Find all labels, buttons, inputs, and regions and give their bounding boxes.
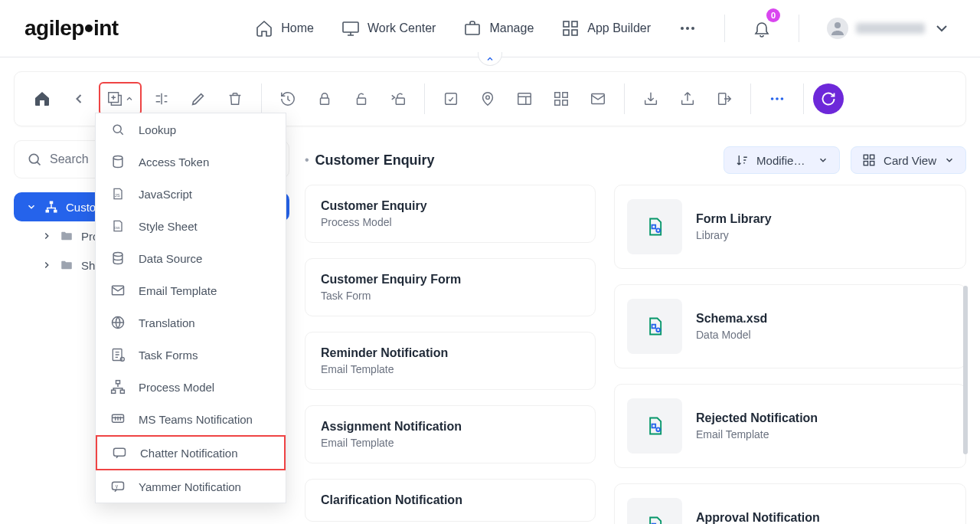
toolbar-checkout[interactable]: [345, 82, 378, 116]
toolbar-new-dropdown[interactable]: [99, 82, 142, 116]
import-icon: [642, 90, 659, 107]
svg-rect-16: [518, 93, 531, 105]
svg-rect-19: [555, 100, 560, 105]
more-horizontal-icon: [678, 19, 697, 38]
view-dropdown[interactable]: Card View: [851, 146, 966, 174]
asset-card[interactable]: Reminder NotificationEmail Template: [305, 332, 596, 390]
dropdown-item-process-model[interactable]: Process Model: [96, 371, 286, 403]
nav-manage[interactable]: Manage: [459, 13, 538, 44]
nav-appbuilder[interactable]: App Builder: [557, 13, 655, 44]
svg-point-26: [113, 125, 121, 133]
svg-point-27: [113, 156, 122, 160]
scrollbar[interactable]: [963, 286, 968, 454]
dropdown-item-lookup[interactable]: Lookup: [96, 113, 286, 146]
dropdown-item-sms-notification[interactable]: SMS Notification: [96, 503, 286, 503]
svg-rect-3: [572, 21, 577, 27]
toolbar-email[interactable]: [581, 82, 615, 116]
toolbar-exit[interactable]: [707, 82, 741, 116]
svg-point-52: [656, 228, 660, 232]
refresh-icon: [821, 91, 836, 106]
separator: [624, 84, 625, 114]
dropdown-item-task-forms[interactable]: Task Forms: [96, 339, 286, 371]
dropdown-item-javascript[interactable]: JSJavaScript: [96, 178, 286, 210]
search-placeholder: Search: [50, 152, 89, 166]
asset-card[interactable]: Customer Enquiry FormTask Form: [305, 258, 596, 316]
toolbar-more[interactable]: [760, 82, 794, 116]
more-horizontal-icon: [769, 90, 786, 107]
separator: [803, 84, 804, 114]
svg-point-9: [835, 22, 841, 28]
export-icon: [679, 90, 696, 107]
asset-card[interactable]: Customer EnquiryProcess Model: [305, 185, 596, 243]
card-title: Reminder Notification: [321, 346, 448, 360]
dropdown-item-style-sheet[interactable]: cssStyle Sheet: [96, 210, 286, 242]
exit-icon: [716, 90, 733, 107]
card-subtitle: Task Form: [321, 290, 461, 302]
dropdown-item-yammer-notification[interactable]: yYammer Notification: [96, 470, 286, 503]
username-obscured: [856, 23, 925, 34]
svg-point-34: [120, 357, 124, 361]
dropdown-item-access-token[interactable]: Access Token: [96, 146, 286, 178]
asset-card[interactable]: Clarification Notification: [305, 479, 596, 522]
svg-rect-37: [120, 390, 124, 393]
user-menu[interactable]: [822, 11, 956, 45]
briefcase-icon: [463, 19, 482, 38]
card-title: Customer Enquiry Form: [321, 273, 461, 287]
sort-dropdown[interactable]: Modified Date: [724, 146, 840, 174]
chevron-right-icon: [41, 260, 52, 270]
nav-workcenter[interactable]: Work Center: [337, 13, 441, 44]
file-icon: [644, 216, 665, 237]
dropdown-item-ms-teams-notification[interactable]: MS Teams Notification: [96, 403, 286, 435]
dropdown-item-translation[interactable]: Translation: [96, 306, 286, 339]
svg-rect-1: [466, 25, 479, 34]
asset-card[interactable]: Rejected NotificationEmail Template: [614, 384, 966, 468]
breadcrumb-bullet: •: [305, 153, 309, 167]
svg-text:JS: JS: [115, 193, 120, 198]
toolbar-rename[interactable]: [145, 82, 178, 116]
file-icon: [644, 415, 665, 437]
asset-card[interactable]: Form LibraryLibrary: [614, 185, 966, 269]
svg-rect-2: [564, 21, 569, 27]
dropdown-item-data-source[interactable]: Data Source: [96, 242, 286, 274]
view-label: Card View: [884, 154, 936, 167]
grid-icon: [553, 90, 570, 107]
toolbar-layout[interactable]: [508, 82, 541, 116]
toolbar-export[interactable]: [671, 82, 704, 116]
svg-rect-51: [652, 225, 656, 229]
toolbar-back[interactable]: [62, 82, 96, 116]
toolbar-checkin[interactable]: [308, 82, 341, 116]
nav-more[interactable]: [674, 13, 701, 44]
svg-rect-13: [396, 98, 404, 104]
toolbar-apps[interactable]: [544, 82, 578, 116]
toolbar-home[interactable]: [25, 82, 59, 116]
notifications-button[interactable]: 0: [748, 13, 776, 44]
style-sheet-icon: css: [109, 218, 126, 234]
dropdown-item-chatter-notification[interactable]: Chatter Notification: [96, 435, 286, 470]
asset-card[interactable]: Approval NotificationEmail Template: [614, 483, 966, 524]
toolbar-refresh[interactable]: [813, 84, 844, 114]
toolbar-import[interactable]: [634, 82, 668, 116]
toolbar-undo-checkout[interactable]: [381, 82, 415, 116]
svg-rect-5: [572, 30, 577, 35]
dropdown-item-email-template[interactable]: Email Template: [96, 274, 286, 306]
dropdown-item-label: Yammer Notification: [139, 480, 241, 493]
sitemap-icon: [44, 200, 58, 214]
toolbar-edit[interactable]: [181, 82, 215, 116]
card-subtitle: Process Model: [321, 216, 427, 228]
new-item-dropdown: LookupAccess TokenJSJavaScriptcssStyle S…: [95, 113, 286, 503]
svg-rect-14: [446, 93, 457, 105]
nav-home[interactable]: Home: [250, 13, 318, 44]
dropdown-item-label: Translation: [139, 316, 195, 329]
toolbar-publish[interactable]: [434, 82, 468, 116]
new-item-icon: [106, 90, 123, 107]
asset-card[interactable]: Assignment NotificationEmail Template: [305, 405, 596, 463]
toolbar-history[interactable]: [271, 82, 305, 116]
toolbar-location[interactable]: [471, 82, 505, 116]
svg-text:css: css: [114, 225, 120, 230]
toolbar-delete[interactable]: [218, 82, 252, 116]
publish-icon: [443, 90, 459, 107]
dropdown-item-label: Access Token: [139, 156, 209, 169]
home-icon: [255, 19, 273, 38]
asset-card[interactable]: Schema.xsdData Model: [614, 284, 966, 368]
svg-point-23: [771, 97, 774, 100]
